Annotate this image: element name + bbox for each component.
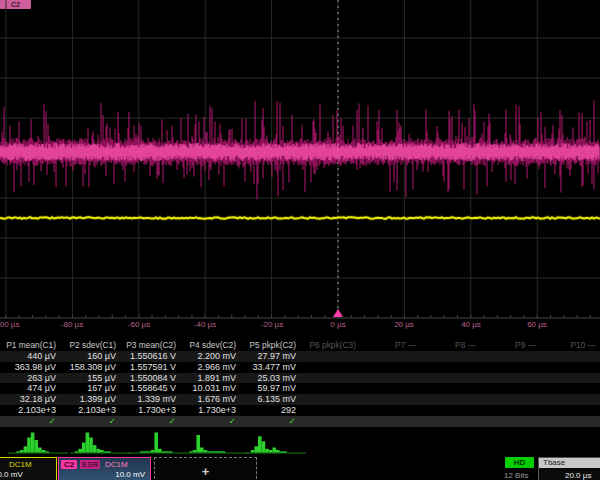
add-trace-button[interactable]: +	[154, 457, 257, 480]
histicon-bar	[258, 436, 262, 452]
time-axis-label: -40 µs	[194, 320, 216, 329]
measure-histicons	[0, 430, 600, 456]
oscilloscope-screen: { "top_badge": { "label": "C2" }, "scope…	[0, 0, 600, 480]
measure-value: 1.339 mV	[120, 394, 180, 405]
measure-value: 440 µV	[0, 351, 60, 362]
measure-value	[420, 383, 480, 394]
histicon-bar	[211, 451, 215, 452]
measure-value: 1.676 mV	[180, 394, 240, 405]
measure-status-check: ✓	[120, 416, 180, 427]
measure-header-P7[interactable]: P7 ---	[360, 339, 420, 351]
histicon-bar	[200, 448, 204, 453]
measure-header-P10[interactable]: P10 ---	[540, 339, 600, 351]
histicon-bar	[154, 433, 158, 453]
histicon-bar	[162, 451, 166, 452]
histicon-bar	[93, 445, 97, 453]
measure-value: 2.103e+3	[60, 405, 120, 416]
histicon-bar	[218, 451, 222, 452]
histicon-bar	[147, 451, 151, 452]
histicon-bar	[165, 451, 169, 452]
measure-value	[300, 362, 360, 373]
c1-coupling-label: DC1M	[9, 460, 32, 469]
histicon-bar	[24, 446, 28, 452]
measure-value	[540, 373, 600, 384]
measure-value: 2.966 mV	[180, 362, 240, 373]
hd-bits-label: 12 Bits	[504, 471, 528, 480]
measure-value	[540, 362, 600, 373]
measure-value	[480, 394, 540, 405]
hd-mode-badge[interactable]: HD	[505, 457, 534, 468]
measure-value	[540, 383, 600, 394]
measure-value	[360, 362, 420, 373]
histicon-bar	[262, 441, 266, 452]
measure-status-check: ✓	[240, 416, 300, 427]
timebase-descriptor[interactable]: Tbase 20.0 µs	[538, 457, 600, 480]
measure-value: 1.550084 V	[120, 373, 180, 384]
histicon-bar	[89, 438, 93, 453]
histicon-bar	[96, 449, 100, 453]
measure-status-check	[360, 416, 420, 427]
measure-status-check	[420, 416, 480, 427]
measure-value	[420, 362, 480, 373]
channel-descriptor-c1[interactable]: DC1M 10.0 mV	[0, 457, 57, 480]
measure-header-P5[interactable]: P5 pkpk(C2)	[240, 339, 300, 351]
measure-value	[300, 351, 360, 362]
time-axis: -100 µs-80 µs-60 µs-40 µs-20 µs0 µs20 µs…	[0, 320, 600, 332]
measure-value: 158.308 µV	[60, 362, 120, 373]
histicon-bar	[75, 451, 79, 452]
measure-status-check: ✓	[0, 416, 60, 427]
measure-value	[420, 405, 480, 416]
measure-value	[480, 405, 540, 416]
histicon-bar	[204, 450, 208, 453]
histicon-bar	[144, 451, 148, 452]
time-axis-label: -100 µs	[0, 320, 19, 329]
measure-value: 292	[240, 405, 300, 416]
measure-value: 474 µV	[0, 383, 60, 394]
measure-status-check	[300, 416, 360, 427]
time-axis-label: -60 µs	[128, 320, 150, 329]
measure-value: 1.730e+3	[120, 405, 180, 416]
measure-header-P1[interactable]: P1 mean(C1)	[0, 339, 60, 351]
trigger-time-marker[interactable]	[333, 309, 343, 317]
measure-header-P2[interactable]: P2 sdev(C1)	[60, 339, 120, 351]
measure-status-check: ✓	[60, 416, 120, 427]
histicon-bar	[189, 451, 193, 452]
histicon-bar	[27, 438, 31, 453]
measure-header-P8[interactable]: P8 ---	[420, 339, 480, 351]
histicon-bar	[265, 449, 269, 453]
channel-descriptor-c2[interactable]: C2 ESR DC1M 10.0 mV	[58, 457, 151, 480]
measure-value: 160 µV	[60, 351, 120, 362]
measure-header-P4[interactable]: P4 sdev(C2)	[180, 339, 240, 351]
histicon-bar	[193, 450, 197, 453]
measure-value: 363.98 µV	[0, 362, 60, 373]
histicon-bar	[272, 448, 276, 453]
histicon-bar	[214, 451, 218, 452]
c1-scale-value: 10.0 mV	[0, 470, 23, 479]
histicon-bar	[100, 450, 104, 453]
measure-value: 59.97 mV	[240, 383, 300, 394]
histicon-bar	[222, 451, 226, 452]
measure-header-P3[interactable]: P3 mean(C2)	[120, 339, 180, 351]
measure-value	[420, 394, 480, 405]
histicon-bar	[251, 450, 255, 453]
measure-value: 263 µV	[0, 373, 60, 384]
measure-header-P6[interactable]: P6 pkpk(C3)	[300, 339, 360, 351]
measure-value	[480, 362, 540, 373]
histicon-bar	[31, 433, 35, 453]
measure-header-P9[interactable]: P9 ---	[480, 339, 540, 351]
measure-value: 1.557591 V	[120, 362, 180, 373]
measure-value: 27.97 mV	[240, 351, 300, 362]
histicon-bar	[169, 451, 173, 452]
measure-value	[360, 373, 420, 384]
c2-esr-badge: ESR	[80, 460, 100, 469]
measure-value: 1.399 µV	[60, 394, 120, 405]
measure-value	[480, 373, 540, 384]
measure-value	[300, 394, 360, 405]
measure-value	[420, 373, 480, 384]
measure-value	[540, 351, 600, 362]
measure-value	[540, 394, 600, 405]
time-axis-label: 20 µs	[394, 320, 414, 329]
histicon-bar	[196, 435, 200, 453]
measure-value	[360, 405, 420, 416]
measure-table: P1 mean(C1)P2 sdev(C1)P3 mean(C2)P4 sdev…	[0, 339, 600, 427]
